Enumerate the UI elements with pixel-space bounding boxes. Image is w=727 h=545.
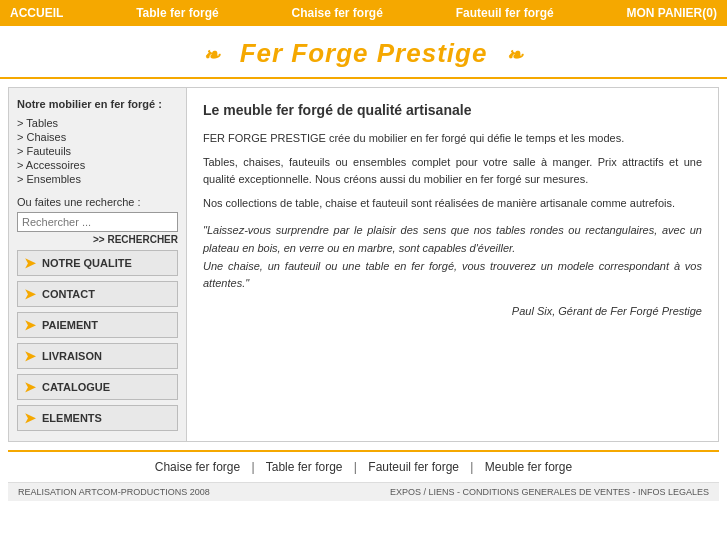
sidebar: Notre mobilier en fer forgé : > Tables >… [9, 88, 187, 441]
sidebar-item-chaises[interactable]: > Chaises [17, 130, 178, 144]
nav-table[interactable]: Table fer forgé [136, 6, 218, 20]
site-title: ❧ Fer Forge Prestige ❧ [0, 38, 727, 69]
arrow-icon: ➤ [24, 317, 36, 333]
sidebar-mobilier-title: Notre mobilier en fer forgé : [17, 98, 178, 110]
main-content: Le meuble fer forgé de qualité artisanal… [187, 88, 718, 441]
main-layout: Notre mobilier en fer forgé : > Tables >… [8, 87, 719, 442]
search-input[interactable] [17, 212, 178, 232]
content-quote: "Laissez-vous surprendre par le plaisir … [203, 222, 702, 292]
footer-link-fauteuil[interactable]: Fauteuil fer forge [368, 460, 459, 474]
content-signature: Paul Six, Gérant de Fer Forgé Prestige [203, 303, 702, 321]
footer-link-meuble[interactable]: Meuble fer forge [485, 460, 572, 474]
sidebar-paiement-button[interactable]: ➤ PAIEMENT [17, 312, 178, 338]
sidebar-catalogue-label: CATALOGUE [42, 381, 110, 393]
sidebar-livraison-label: LIVRAISON [42, 350, 102, 362]
content-para1: FER FORGE PRESTIGE crée du mobilier en f… [203, 130, 702, 148]
arrow-icon: ➤ [24, 410, 36, 426]
site-title-text: Fer Forge Prestige [240, 38, 488, 68]
sidebar-elements-label: ELEMENTS [42, 412, 102, 424]
footer-bottom: REALISATION ARTCOM-PRODUCTIONS 2008 EXPO… [8, 482, 719, 501]
sidebar-contact-button[interactable]: ➤ CONTACT [17, 281, 178, 307]
footer-sep3: | [470, 460, 473, 474]
nav-chaise[interactable]: Chaise fer forgé [291, 6, 382, 20]
sidebar-contact-label: CONTACT [42, 288, 95, 300]
site-header: ❧ Fer Forge Prestige ❧ [0, 26, 727, 79]
deco-left-icon: ❧ [203, 44, 221, 66]
arrow-icon: ➤ [24, 286, 36, 302]
content-para3: Nos collections de table, chaise et faut… [203, 195, 702, 213]
sidebar-search-label: Ou faites une recherche : [17, 196, 178, 208]
nav-panier[interactable]: MON PANIER(0) [627, 6, 717, 20]
sidebar-qualite-button[interactable]: ➤ NOTRE QUALITE [17, 250, 178, 276]
footer-realisation: REALISATION ARTCOM-PRODUCTIONS 2008 [18, 487, 210, 497]
footer-link-table[interactable]: Table fer forge [266, 460, 343, 474]
nav-fauteuil[interactable]: Fauteuil fer forgé [456, 6, 554, 20]
top-navigation: ACCUEIL Table fer forgé Chaise fer forgé… [0, 0, 727, 26]
footer-sep1: | [252, 460, 255, 474]
arrow-icon: ➤ [24, 348, 36, 364]
footer-link-chaise[interactable]: Chaise fer forge [155, 460, 240, 474]
sidebar-item-fauteuils[interactable]: > Fauteuils [17, 144, 178, 158]
sidebar-paiement-label: PAIEMENT [42, 319, 98, 331]
nav-accueil[interactable]: ACCUEIL [10, 6, 63, 20]
sidebar-item-ensembles[interactable]: > Ensembles [17, 172, 178, 186]
sidebar-qualite-label: NOTRE QUALITE [42, 257, 132, 269]
sidebar-item-tables[interactable]: > Tables [17, 116, 178, 130]
sidebar-item-accessoires[interactable]: > Accessoires [17, 158, 178, 172]
sidebar-catalogue-button[interactable]: ➤ CATALOGUE [17, 374, 178, 400]
content-para2: Tables, chaises, fauteuils ou ensembles … [203, 154, 702, 189]
sidebar-livraison-button[interactable]: ➤ LIVRAISON [17, 343, 178, 369]
footer-links: Chaise fer forge | Table fer forge | Fau… [8, 452, 719, 482]
deco-right-icon: ❧ [506, 44, 524, 66]
arrow-icon: ➤ [24, 379, 36, 395]
footer-sep2: | [354, 460, 357, 474]
sidebar-elements-button[interactable]: ➤ ELEMENTS [17, 405, 178, 431]
content-heading: Le meuble fer forgé de qualité artisanal… [203, 102, 702, 118]
arrow-icon: ➤ [24, 255, 36, 271]
footer-legal-links[interactable]: EXPOS / LIENS - CONDITIONS GENERALES DE … [390, 487, 709, 497]
search-button[interactable]: >> RECHERCHER [17, 234, 178, 245]
footer: Chaise fer forge | Table fer forge | Fau… [8, 450, 719, 501]
